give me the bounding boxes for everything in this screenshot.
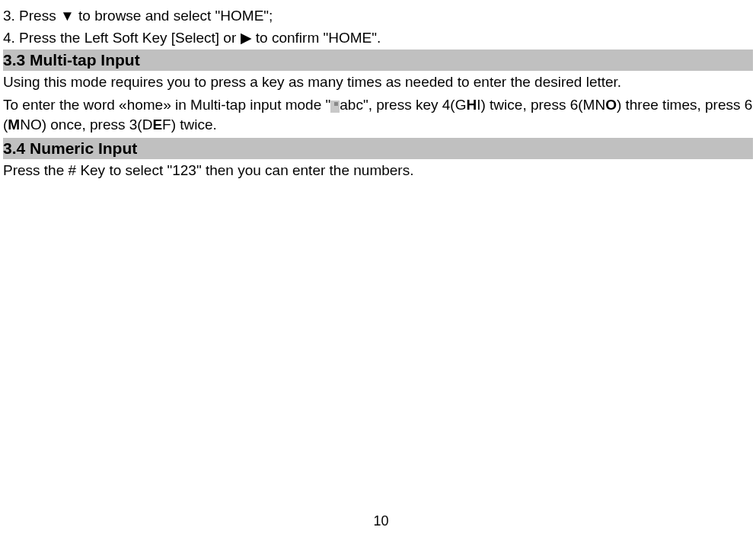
section-3-4-para-1: Press the # Key to select "123" then you… xyxy=(3,161,753,181)
step-4-text: 4. Press the Left Soft Key [Select] or ▶… xyxy=(3,28,753,48)
para2-bold-O: O xyxy=(605,97,617,113)
para2-bold-E: E xyxy=(152,117,162,133)
para2-text-2a: abc", press key 4(G xyxy=(340,97,466,113)
para2-text-2i: F) twice. xyxy=(162,117,217,133)
para2-bold-M: M xyxy=(8,117,20,133)
para2-bold-H: H xyxy=(466,97,477,113)
para2-text-2c: I) twice, press 6(MN xyxy=(477,97,605,113)
page-number: 10 xyxy=(3,513,756,529)
section-3-4-heading: 3.4 Numeric Input xyxy=(3,138,753,159)
section-3-3-para-2: To enter the word «home» in Multi-tap in… xyxy=(3,95,753,136)
step-3-text: 3. Press ▼ to browse and select "HOME"; xyxy=(3,6,753,26)
section-3-3-heading: 3.3 Multi-tap Input xyxy=(3,50,753,71)
section-3-3-para-1: Using this mode requires you to press a … xyxy=(3,72,753,93)
abc-mode-icon xyxy=(330,101,340,113)
para2-text-2g: NO) once, press 3(D xyxy=(20,117,152,133)
para2-text-1: To enter the word «home» in Multi-tap in… xyxy=(3,97,330,113)
